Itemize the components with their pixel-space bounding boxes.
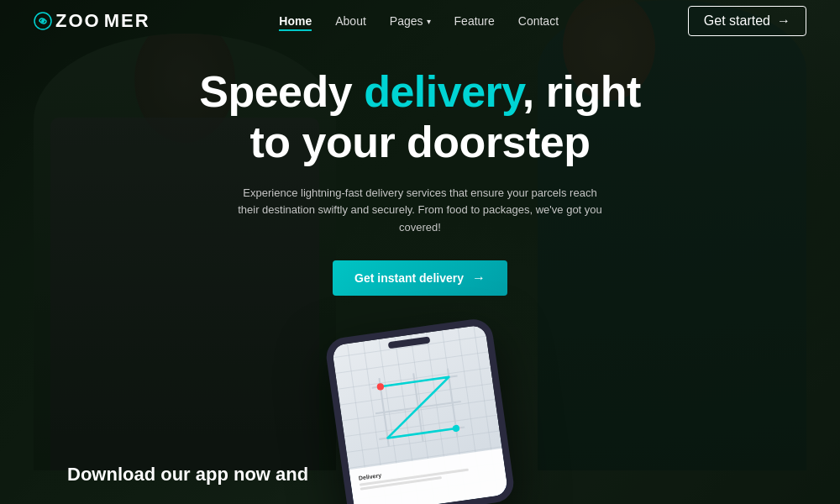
hero-content: Speedy delivery, right to your doorstep …: [0, 67, 840, 296]
instant-delivery-button[interactable]: Get instant delivery →: [333, 260, 507, 296]
get-started-label: Get started: [704, 13, 770, 29]
navbar: ZOOMER Home About Pages ▾ Feature Contac…: [0, 0, 840, 42]
hero-title: Speedy delivery, right to your doorstep: [199, 67, 641, 168]
chevron-down-icon: ▾: [427, 17, 431, 26]
bottom-text: Download our app now and: [67, 463, 308, 487]
hero-title-part2: , right: [522, 67, 641, 116]
phone-mockup: Delivery: [324, 317, 517, 504]
hero-title-highlight: delivery: [364, 67, 522, 116]
bottom-text-line1: Download our app now and: [67, 464, 308, 485]
nav-contact[interactable]: Contact: [518, 14, 559, 28]
nav-about[interactable]: About: [335, 14, 366, 28]
phone-mockup-area: Delivery: [302, 328, 538, 504]
logo-text-part1: ZOO: [55, 10, 101, 32]
cta-label: Get instant delivery: [354, 271, 464, 285]
map-route: [352, 352, 485, 464]
svg-point-1: [41, 19, 45, 23]
cta-arrow-icon: →: [472, 270, 486, 286]
hero-description: Experience lightning-fast delivery servi…: [235, 185, 605, 237]
nav-home[interactable]: Home: [279, 14, 312, 31]
nav-feature[interactable]: Feature: [454, 14, 495, 28]
logo-icon: [34, 12, 52, 30]
nav-links: Home About Pages ▾ Feature Contact: [279, 13, 559, 29]
svg-point-9: [452, 424, 459, 432]
hero-title-part1: Speedy: [199, 67, 364, 116]
hero-title-line2: to your doorstep: [249, 118, 590, 166]
get-started-button[interactable]: Get started →: [688, 6, 806, 36]
nav-pages-label: Pages: [390, 14, 423, 28]
logo-text-part2: MER: [104, 10, 150, 32]
svg-point-8: [376, 383, 384, 391]
phone-screen: Delivery: [332, 324, 509, 504]
logo[interactable]: ZOOMER: [34, 10, 150, 32]
get-started-arrow-icon: →: [777, 13, 790, 29]
nav-pages-dropdown[interactable]: Pages ▾: [390, 14, 431, 28]
